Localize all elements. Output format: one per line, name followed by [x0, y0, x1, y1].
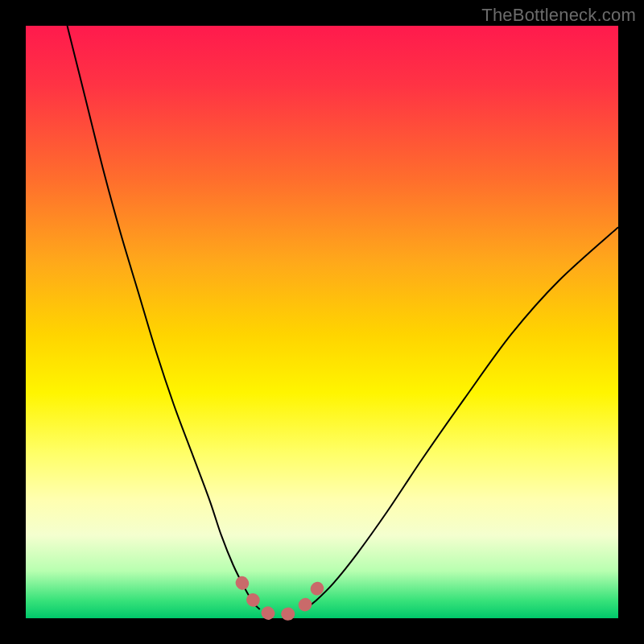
minimum-marker-path — [242, 583, 320, 615]
plot-area — [26, 26, 618, 618]
series-group — [68, 26, 618, 615]
left-curve-path — [68, 26, 260, 609]
plot-svg — [26, 26, 618, 618]
watermark-text: TheBottleneck.com — [481, 5, 636, 26]
right-curve-path — [304, 227, 618, 609]
chart-stage: TheBottleneck.com — [0, 0, 644, 644]
